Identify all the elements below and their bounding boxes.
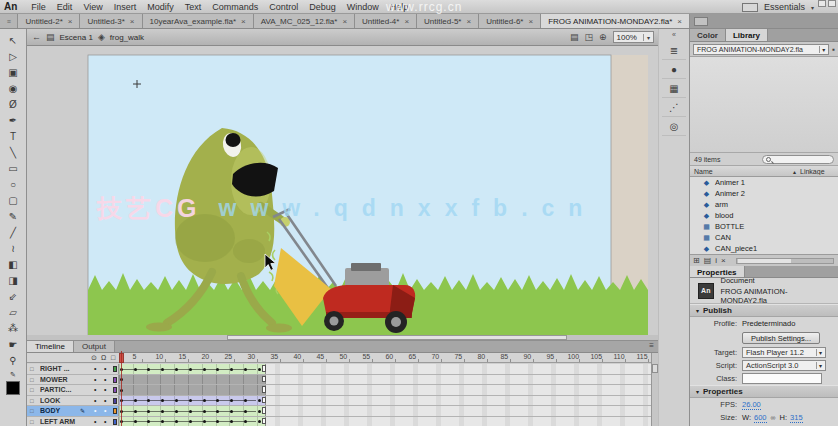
- layer-outline-swatch[interactable]: [113, 366, 117, 372]
- library-item[interactable]: ◆Animer 1: [690, 177, 838, 188]
- pin-icon[interactable]: ▪: [832, 45, 835, 54]
- tab-color[interactable]: Color: [690, 29, 726, 41]
- layer-frames[interactable]: [119, 417, 658, 426]
- oval-tool[interactable]: ○: [3, 176, 24, 192]
- close-icon[interactable]: ×: [404, 17, 409, 26]
- publish-settings-button[interactable]: Publish Settings...: [742, 332, 820, 344]
- tab-library[interactable]: Library: [726, 29, 768, 41]
- menu-insert[interactable]: Insert: [114, 2, 137, 12]
- menu-window[interactable]: Window: [347, 2, 379, 12]
- layer-name-cell[interactable]: □PARTIC...••: [27, 385, 119, 395]
- zoom-level-select[interactable]: 100% ▾: [613, 31, 654, 43]
- expand-panels-icon[interactable]: «: [672, 31, 676, 38]
- close-icon[interactable]: ×: [130, 17, 135, 26]
- edit-symbols-icon[interactable]: ◳: [584, 32, 593, 42]
- library-item[interactable]: ▦BOTTLE: [690, 221, 838, 232]
- show-hide-dot[interactable]: •: [94, 396, 96, 406]
- library-item[interactable]: ◆Animer 2: [690, 188, 838, 199]
- brush-tool[interactable]: ╱: [3, 224, 24, 240]
- scrollbar-thumb[interactable]: [652, 364, 658, 373]
- menu-debug[interactable]: Debug: [309, 2, 336, 12]
- fps-value[interactable]: 26.00: [742, 400, 761, 410]
- show-hide-dot[interactable]: •: [94, 406, 96, 416]
- layer-outline-swatch[interactable]: [113, 398, 117, 404]
- menu-control[interactable]: Control: [269, 2, 298, 12]
- timeline-vertical-scrollbar[interactable]: [651, 353, 658, 426]
- layer-outline-swatch[interactable]: [113, 387, 117, 393]
- tab-timeline[interactable]: Timeline: [27, 341, 74, 352]
- lasso-tool[interactable]: Ø: [3, 96, 24, 112]
- document-tab[interactable]: Untitled-5*×: [417, 14, 479, 28]
- class-input[interactable]: [742, 373, 822, 384]
- layer-frames[interactable]: [119, 406, 658, 416]
- eraser-tool[interactable]: ▱: [3, 304, 24, 320]
- close-icon[interactable]: ×: [528, 17, 533, 26]
- menu-file[interactable]: File: [31, 2, 46, 12]
- stroke-color-swatch[interactable]: [6, 381, 20, 395]
- menu-edit[interactable]: Edit: [57, 2, 73, 12]
- panel-menu-icon[interactable]: ≡: [649, 341, 654, 350]
- close-icon[interactable]: ×: [68, 17, 73, 26]
- eye-icon[interactable]: ⊙: [91, 354, 97, 362]
- tab-properties[interactable]: Properties: [690, 266, 745, 277]
- lock-dot[interactable]: •: [104, 396, 106, 406]
- link-dimensions-icon[interactable]: ∞: [771, 414, 776, 421]
- layer-frames[interactable]: [119, 375, 658, 385]
- workspace-layout-icon[interactable]: [742, 3, 758, 12]
- column-name[interactable]: Name: [694, 168, 713, 175]
- subselection-tool[interactable]: ▷: [3, 48, 24, 64]
- delete-item-icon[interactable]: ×: [721, 256, 726, 265]
- library-item[interactable]: ◆blood: [690, 210, 838, 221]
- transform-panel-icon[interactable]: ▦: [662, 79, 686, 98]
- pencil-tool[interactable]: ✎: [3, 208, 24, 224]
- close-icon[interactable]: ×: [466, 17, 471, 26]
- close-icon[interactable]: ×: [241, 17, 246, 26]
- library-item[interactable]: ▦CAN: [690, 232, 838, 243]
- menu-view[interactable]: View: [83, 2, 102, 12]
- show-hide-dot[interactable]: •: [94, 417, 96, 426]
- document-tab[interactable]: FROG ANIMATION-MONDAY2.fla*×: [541, 14, 690, 28]
- publish-section-header[interactable]: ▾ Publish: [690, 304, 838, 317]
- ink-bottle-tool[interactable]: ◨: [3, 272, 24, 288]
- library-item[interactable]: ◆arm: [690, 199, 838, 210]
- width-value[interactable]: 600: [754, 413, 767, 423]
- document-tab[interactable]: Untitled-3*×: [80, 14, 142, 28]
- text-tool[interactable]: T: [3, 128, 24, 144]
- document-tab[interactable]: Untitled-4*×: [355, 14, 417, 28]
- bone-tool[interactable]: ≀: [3, 240, 24, 256]
- spray-brush-tool[interactable]: ⁂: [3, 320, 24, 336]
- document-tab[interactable]: 10yearAva_example.fla*×: [143, 14, 254, 28]
- library-horizontal-scrollbar[interactable]: [736, 258, 834, 264]
- tab-bar-lead-button[interactable]: ≡: [0, 14, 18, 28]
- selection-tool[interactable]: ↖: [3, 32, 24, 48]
- library-search-input[interactable]: [762, 155, 834, 164]
- close-icon[interactable]: ×: [342, 17, 347, 26]
- panel-collapse-icon[interactable]: [694, 17, 708, 26]
- show-hide-dot[interactable]: •: [94, 364, 96, 374]
- tab-output[interactable]: Output: [74, 341, 115, 352]
- show-hide-dot[interactable]: •: [94, 385, 96, 395]
- document-tab[interactable]: AVA_MC_025_12.fla*×: [254, 14, 355, 28]
- menu-commands[interactable]: Commands: [212, 2, 258, 12]
- menu-text[interactable]: Text: [185, 2, 202, 12]
- free-transform-tool[interactable]: ▣: [3, 64, 24, 80]
- library-item[interactable]: ◆CAN_piece1: [690, 243, 838, 254]
- show-hide-dot[interactable]: •: [94, 375, 96, 385]
- scrollbar-thumb[interactable]: [227, 335, 567, 340]
- 3d-rotation-tool[interactable]: ◉: [3, 80, 24, 96]
- stage-canvas[interactable]: [27, 46, 658, 335]
- lock-dot[interactable]: •: [104, 417, 106, 426]
- menu-modify[interactable]: Modify: [147, 2, 174, 12]
- minimize-button[interactable]: [818, 0, 826, 7]
- layer-frames[interactable]: [119, 396, 658, 406]
- layer-name-cell[interactable]: □BODY✎••: [27, 406, 119, 416]
- column-linkage[interactable]: Linkage: [800, 168, 834, 175]
- rectangle-tool[interactable]: ▭: [3, 160, 24, 176]
- layer-frames[interactable]: [119, 385, 658, 395]
- layer-frames[interactable]: [119, 364, 658, 374]
- new-symbol-icon[interactable]: ⊞: [693, 256, 700, 265]
- lock-icon[interactable]: Ω: [101, 354, 106, 361]
- document-tab[interactable]: Untitled-6*×: [479, 14, 541, 28]
- line-tool[interactable]: ╲: [3, 144, 24, 160]
- outline-icon[interactable]: □: [111, 354, 115, 361]
